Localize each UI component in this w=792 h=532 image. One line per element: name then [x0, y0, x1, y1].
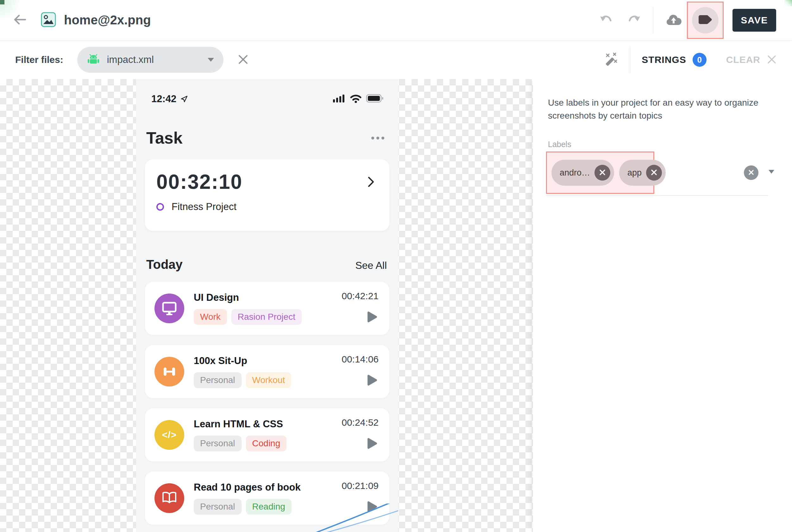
top-toolbar: home@2x.png [0, 0, 792, 40]
project-ring-icon [156, 203, 164, 211]
upload-button[interactable] [665, 14, 682, 26]
android-robot-icon [87, 54, 100, 66]
tag-icon [698, 14, 713, 26]
filter-bar: Filter files: impact.xml [0, 40, 792, 79]
caret-down-icon [208, 58, 214, 62]
page-title: home@2x.png [64, 13, 151, 27]
labels-description: Use labels in your project for an easy w… [548, 96, 770, 122]
canvas-area: 12:42 [0, 79, 792, 532]
tag-chip: Workout [246, 372, 292, 388]
timer-value: 00:32:10 [156, 170, 242, 194]
selected-file-name: impact.xml [107, 54, 154, 65]
play-triangle-icon [367, 310, 378, 324]
task-title: UI Design [194, 292, 302, 303]
dumbbell-icon [154, 357, 184, 386]
signal-bars-icon [332, 94, 346, 104]
image-icon [40, 12, 56, 29]
tag-chip: Rasion Project [232, 309, 302, 325]
labels-tool-button[interactable] [692, 7, 719, 34]
today-title: Today [146, 258, 183, 272]
filter-files-label: Filter files: [15, 54, 63, 65]
field-underline [546, 195, 768, 196]
clear-strings-button[interactable]: CLEAR [726, 54, 760, 65]
label-chip: andro… [551, 160, 614, 186]
code-icon: </> [154, 420, 184, 450]
remove-label-button[interactable] [594, 165, 610, 180]
labels-tool-highlight [687, 2, 724, 39]
status-time: 12:42 [151, 93, 176, 105]
wifi-icon [349, 94, 362, 104]
x-icon [237, 54, 249, 66]
x-icon [650, 169, 658, 177]
clear-file-filter-button[interactable] [237, 54, 249, 66]
see-all-link: See All [355, 260, 388, 271]
play-triangle-icon [367, 437, 378, 451]
play-triangle-icon [367, 374, 378, 387]
task-card: UI Design Work Rasion Project 00:42:21 [145, 282, 389, 335]
monitor-icon [154, 293, 184, 323]
phone-status-bar: 12:42 [145, 79, 389, 106]
task-time: 00:42:21 [342, 291, 379, 301]
redo-button[interactable] [627, 14, 641, 26]
screenshot-editor-app: home@2x.png [0, 0, 792, 532]
file-filter-dropdown[interactable]: impact.xml [77, 47, 223, 73]
labels-field-label: Labels [548, 140, 779, 149]
decorative-wave [136, 504, 398, 532]
cloud-upload-icon [665, 14, 682, 26]
phone-screen-header: Task [145, 128, 389, 147]
task-title: 100x Sit-Up [194, 355, 291, 366]
label-chip-text: andro… [560, 168, 590, 178]
auto-match-button[interactable] [604, 52, 619, 68]
tag-chip: Personal [194, 436, 241, 451]
task-card: 100x Sit-Up Personal Workout 00:14:06 [145, 345, 389, 398]
chevron-right-icon [367, 176, 375, 188]
filter-bar-divider [630, 46, 630, 73]
undo-arrow-icon [599, 14, 613, 26]
clear-strings-x-button[interactable] [767, 54, 777, 65]
magic-wand-icon [604, 52, 619, 68]
task-time: 00:24:52 [342, 417, 379, 428]
task-title: Read 10 pages of book [194, 482, 301, 493]
strings-count-badge: 0 [693, 53, 706, 67]
tag-chip: Coding [246, 436, 287, 451]
caret-down-icon[interactable] [769, 170, 774, 174]
battery-icon [366, 94, 384, 104]
strings-tab[interactable]: STRINGS [642, 54, 686, 65]
tag-chip: Personal [194, 372, 241, 388]
labels-panel: Use labels in your project for an easy w… [533, 79, 792, 532]
x-icon [767, 54, 777, 65]
play-button [367, 374, 379, 390]
screenshot-preview: 12:42 [136, 79, 398, 532]
remove-label-button[interactable] [646, 165, 662, 180]
label-chip: app [619, 160, 666, 186]
toolbar-divider [653, 7, 653, 34]
task-time: 00:14:06 [342, 354, 379, 365]
active-timer-card: 00:32:10 Fitness Project [145, 159, 389, 231]
ellipsis-icon [371, 137, 388, 139]
play-button [367, 437, 379, 453]
save-button[interactable]: SAVE [733, 9, 776, 32]
task-title: Learn HTML & CSS [194, 418, 287, 430]
undo-button[interactable] [599, 14, 613, 26]
play-button [367, 310, 379, 326]
task-card: </> Learn HTML & CSS Personal Coding 00:… [145, 408, 389, 461]
labels-tags-highlight: andro… app [546, 152, 654, 194]
label-chip-text: app [627, 168, 642, 178]
today-section-header: Today See All [145, 258, 389, 272]
task-time: 00:21:09 [342, 480, 379, 491]
screen-title: Task [146, 128, 183, 147]
redo-arrow-icon [627, 14, 641, 26]
project-name: Fitness Project [171, 201, 237, 212]
x-icon [748, 169, 754, 176]
corner-artifact-right [785, 0, 792, 6]
clear-all-labels-button[interactable] [744, 166, 758, 180]
tag-chip: Work [194, 309, 227, 325]
x-icon [599, 169, 606, 177]
corner-artifact-left [0, 0, 22, 18]
labels-input-field[interactable]: andro… app [548, 152, 779, 196]
location-arrow-icon [180, 95, 188, 103]
